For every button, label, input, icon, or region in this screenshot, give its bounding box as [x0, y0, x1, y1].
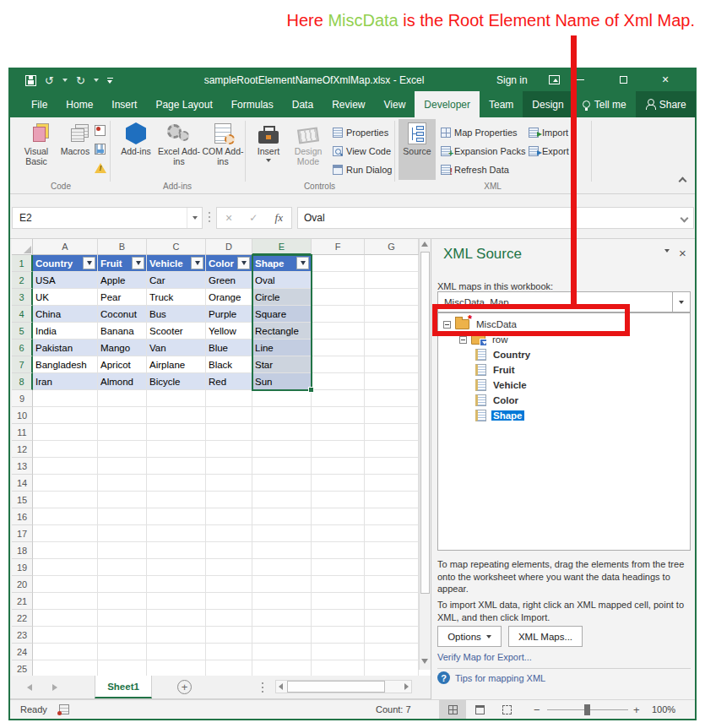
sheet-tab-sheet1[interactable]: Sheet1 — [95, 676, 152, 698]
collapse-node-icon[interactable] — [459, 336, 467, 344]
cell-C13[interactable] — [147, 458, 206, 475]
cell-G5[interactable] — [365, 323, 419, 340]
cell-E24[interactable] — [252, 644, 312, 660]
cell-C7[interactable]: Airplane — [147, 356, 206, 373]
cell-G13[interactable] — [365, 458, 419, 475]
cell-A10[interactable] — [33, 407, 98, 424]
cell-B6[interactable]: Mango — [98, 340, 147, 356]
cell-F2[interactable] — [312, 272, 365, 289]
cell-B2[interactable]: Apple — [98, 272, 147, 289]
cell-D1[interactable]: Color — [206, 255, 252, 272]
next-sheet-icon[interactable] — [52, 684, 57, 691]
cell-C1[interactable]: Vehicle — [147, 255, 206, 272]
filter-dropdown-icon[interactable] — [296, 257, 309, 269]
cell-B5[interactable]: Banana — [98, 323, 147, 340]
minimize-icon[interactable] — [576, 79, 584, 80]
zoom-slider-thumb[interactable] — [584, 704, 590, 715]
zoom-in-icon[interactable] — [633, 704, 640, 716]
row-header-24[interactable]: 24 — [12, 644, 33, 660]
scroll-right-icon[interactable] — [404, 683, 409, 690]
row-header-10[interactable]: 10 — [12, 407, 33, 424]
formula-input[interactable]: Oval — [297, 207, 694, 229]
column-header-F[interactable]: F — [312, 239, 365, 255]
cell-A23[interactable] — [33, 627, 98, 644]
cell-B7[interactable]: Apricot — [98, 356, 147, 373]
cell-C12[interactable] — [147, 441, 206, 458]
xml-maps-button[interactable]: XML Maps... — [508, 626, 583, 647]
cell-D8[interactable]: Red — [206, 373, 252, 390]
cell-D13[interactable] — [206, 458, 252, 475]
cell-B1[interactable]: Fruit — [98, 255, 147, 272]
insert-control-button[interactable]: Insert — [250, 119, 287, 180]
pane-options-dropdown-icon[interactable] — [664, 253, 670, 263]
cell-E1[interactable]: Shape — [252, 255, 312, 272]
cell-E16[interactable] — [252, 508, 312, 525]
customize-qat-icon[interactable] — [107, 78, 113, 84]
cell-G22[interactable] — [365, 610, 419, 627]
insert-function-icon[interactable] — [275, 211, 283, 225]
refresh-data-button[interactable]: Refresh Data — [441, 162, 509, 177]
cell-D16[interactable] — [206, 508, 252, 525]
visual-basic-button[interactable]: Visual Basic — [17, 119, 56, 180]
page-layout-view-button[interactable] — [466, 700, 493, 719]
cell-B13[interactable] — [98, 458, 147, 475]
cell-F17[interactable] — [312, 525, 365, 542]
cell-B10[interactable] — [98, 407, 147, 424]
enter-icon[interactable] — [249, 212, 258, 224]
expansion-packs-button[interactable]: Expansion Packs — [441, 144, 525, 159]
import-button[interactable]: Import — [529, 125, 568, 140]
row-header-15[interactable]: 15 — [12, 492, 33, 508]
map-properties-button[interactable]: Map Properties — [441, 125, 518, 140]
scroll-down-icon[interactable] — [421, 659, 428, 664]
column-header-G[interactable]: G — [365, 239, 419, 255]
cell-B15[interactable] — [98, 492, 147, 508]
cell-C6[interactable]: Van — [147, 340, 206, 356]
cell-F7[interactable] — [312, 356, 365, 373]
cell-D7[interactable]: Black — [206, 356, 252, 373]
cell-G6[interactable] — [365, 340, 419, 356]
cell-F10[interactable] — [312, 407, 365, 424]
row-header-8[interactable]: 8 — [12, 373, 33, 390]
row-header-4[interactable]: 4 — [12, 306, 33, 323]
row-header-25[interactable]: 25 — [12, 660, 33, 676]
cell-E22[interactable] — [252, 610, 312, 627]
row-header-11[interactable]: 11 — [12, 424, 33, 441]
cell-G17[interactable] — [365, 525, 419, 542]
close-icon[interactable] — [662, 73, 669, 86]
row-header-6[interactable]: 6 — [12, 340, 33, 356]
cell-E11[interactable] — [252, 424, 312, 441]
cell-B20[interactable] — [98, 576, 147, 593]
cell-F5[interactable] — [312, 323, 365, 340]
cell-E4[interactable]: Square — [252, 306, 312, 323]
tab-team[interactable]: Team — [480, 91, 523, 117]
sheetbar-grip[interactable] — [262, 682, 263, 693]
row-header-20[interactable]: 20 — [12, 576, 33, 593]
cell-B16[interactable] — [98, 508, 147, 525]
cell-F19[interactable] — [312, 559, 365, 576]
cell-C25[interactable] — [147, 660, 206, 676]
cell-D6[interactable]: Blue — [206, 340, 252, 356]
cell-G19[interactable] — [365, 559, 419, 576]
row-header-23[interactable]: 23 — [12, 627, 33, 644]
cell-A7[interactable]: Bangladesh — [33, 356, 98, 373]
cell-E20[interactable] — [252, 576, 312, 593]
cell-D3[interactable]: Orange — [206, 289, 252, 306]
tree-item-shape[interactable]: Shape — [438, 408, 690, 423]
cell-F15[interactable] — [312, 492, 365, 508]
cell-E18[interactable] — [252, 542, 312, 559]
tab-insert[interactable]: Insert — [102, 91, 146, 117]
row-header-19[interactable]: 19 — [12, 559, 33, 576]
cell-B4[interactable]: Coconut — [98, 306, 147, 323]
tree-item-country[interactable]: Country — [438, 347, 690, 362]
cell-G9[interactable] — [365, 390, 419, 407]
cell-F14[interactable] — [312, 475, 365, 492]
select-all-corner[interactable] — [12, 239, 33, 255]
cell-G11[interactable] — [365, 424, 419, 441]
cell-C14[interactable] — [147, 475, 206, 492]
cell-E12[interactable] — [252, 441, 312, 458]
cell-G1[interactable] — [365, 255, 419, 272]
cell-D21[interactable] — [206, 593, 252, 610]
column-header-C[interactable]: C — [147, 239, 206, 255]
cell-F6[interactable] — [312, 340, 365, 356]
cell-G15[interactable] — [365, 492, 419, 508]
